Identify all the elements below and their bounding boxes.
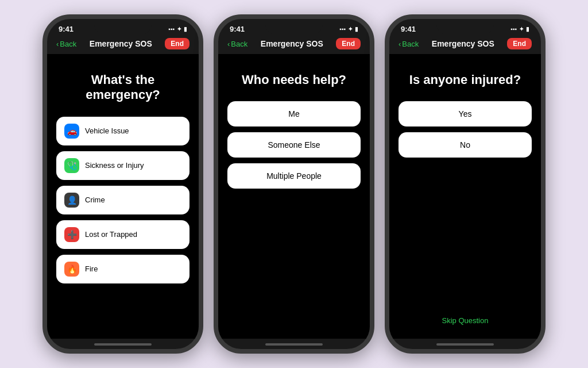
- nav-bar-3: ‹ Back Emergency SOS End: [389, 36, 541, 54]
- nav-bar-2: ‹ Back Emergency SOS End: [218, 36, 370, 54]
- nav-title-3: Emergency SOS: [432, 39, 494, 48]
- spacer: [399, 158, 532, 316]
- status-icons-2: ▪▪▪ ✦ ▮: [339, 26, 358, 32]
- option-lost-label: Lost or Trapped: [85, 230, 137, 239]
- option-vehicle[interactable]: 🚗 Vehicle Issue: [56, 117, 189, 145]
- chevron-left-icon: ‹: [56, 40, 59, 48]
- phone-content-2: Who needs help? Me Someone Else Multiple…: [218, 54, 370, 339]
- time-1: 9:41: [59, 25, 74, 33]
- chevron-left-icon-2: ‹: [227, 40, 230, 48]
- wifi-icon: ✦: [177, 26, 181, 32]
- option-no[interactable]: No: [399, 132, 532, 158]
- nav-bar-1: ‹ Back Emergency SOS End: [47, 36, 199, 54]
- skip-question-link[interactable]: Skip Question: [399, 316, 532, 329]
- end-button-1[interactable]: End: [165, 38, 189, 49]
- option-sickness-label: Sickness or Injury: [85, 161, 144, 170]
- question-3: Is anyone injured?: [399, 72, 532, 87]
- signal-icon-3: ▪▪▪: [510, 26, 517, 32]
- options-list-2: Me Someone Else Multiple People: [227, 101, 361, 189]
- nav-title-1: Emergency SOS: [90, 39, 152, 48]
- back-label-1: Back: [60, 40, 76, 48]
- status-icons-1: ▪▪▪ ✦ ▮: [168, 26, 187, 32]
- sickness-icon: 🩺: [64, 158, 79, 173]
- option-multiple[interactable]: Multiple People: [227, 163, 361, 189]
- battery-icon-3: ▮: [526, 26, 529, 32]
- back-label-3: Back: [402, 40, 419, 48]
- wifi-icon-3: ✦: [519, 26, 524, 32]
- status-icons-3: ▪▪▪ ✦ ▮: [510, 26, 529, 32]
- options-list-1: 🚗 Vehicle Issue 🩺 Sickness or Injury 👤 C…: [56, 117, 189, 283]
- option-fire[interactable]: 🔥 Fire: [56, 255, 189, 283]
- wifi-icon-2: ✦: [348, 26, 353, 32]
- phone-content-3: Is anyone injured? Yes No Skip Question: [389, 54, 541, 339]
- back-button-3[interactable]: ‹ Back: [399, 40, 419, 48]
- signal-icon-2: ▪▪▪: [339, 26, 346, 32]
- option-crime-label: Crime: [85, 195, 105, 204]
- phone-notch-2: [265, 19, 323, 35]
- lost-icon: ➕: [64, 227, 79, 242]
- back-label-2: Back: [231, 40, 247, 48]
- end-button-2[interactable]: End: [336, 38, 361, 49]
- option-fire-label: Fire: [85, 264, 98, 273]
- fire-icon: 🔥: [64, 262, 79, 277]
- signal-icon: ▪▪▪: [168, 26, 175, 32]
- option-lost[interactable]: ➕ Lost or Trapped: [56, 220, 189, 249]
- phone-2: 9:41 ▪▪▪ ✦ ▮ ‹ Back Emergency SOS End Wh…: [214, 14, 374, 354]
- vehicle-icon: 🚗: [64, 124, 79, 139]
- chevron-left-icon-3: ‹: [399, 40, 401, 48]
- nav-title-2: Emergency SOS: [261, 39, 323, 48]
- battery-icon: ▮: [184, 26, 187, 32]
- crime-icon: 👤: [64, 193, 79, 208]
- options-list-3: Yes No: [399, 101, 532, 158]
- home-indicator-2: [265, 343, 323, 346]
- option-someone-else[interactable]: Someone Else: [227, 132, 361, 158]
- phone-notch-1: [94, 19, 152, 35]
- option-sickness[interactable]: 🩺 Sickness or Injury: [56, 151, 189, 180]
- time-3: 9:41: [401, 25, 416, 33]
- option-crime[interactable]: 👤 Crime: [56, 186, 189, 214]
- back-button-2[interactable]: ‹ Back: [227, 40, 247, 48]
- option-yes[interactable]: Yes: [399, 101, 532, 126]
- option-me[interactable]: Me: [227, 101, 361, 126]
- phone-3: 9:41 ▪▪▪ ✦ ▮ ‹ Back Emergency SOS End Is…: [385, 14, 546, 354]
- back-button-1[interactable]: ‹ Back: [56, 40, 76, 48]
- time-2: 9:41: [230, 25, 245, 33]
- question-2: Who needs help?: [227, 72, 361, 87]
- phone-content-1: What's the emergency? 🚗 Vehicle Issue 🩺 …: [47, 54, 199, 339]
- question-1: What's the emergency?: [56, 72, 189, 103]
- phone-1: 9:41 ▪▪▪ ✦ ▮ ‹ Back Emergency SOS End Wh…: [42, 14, 203, 354]
- home-indicator-1: [94, 343, 152, 346]
- home-indicator-3: [436, 343, 494, 346]
- end-button-3[interactable]: End: [507, 38, 532, 49]
- phone-notch-3: [436, 19, 494, 35]
- option-vehicle-label: Vehicle Issue: [85, 126, 129, 135]
- battery-icon-2: ▮: [355, 26, 358, 32]
